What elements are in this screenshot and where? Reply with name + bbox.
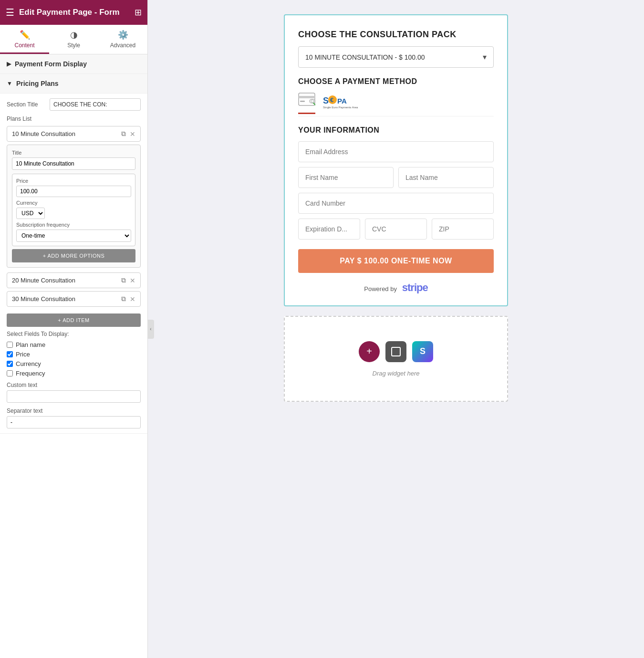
consultation-select[interactable]: 10 MINUTE CONSULTATION - $ 100.00 ▾ [298, 46, 494, 68]
card-details-row [298, 219, 494, 240]
pricing-plans-label: Pricing Plans [16, 80, 59, 87]
currency-checkbox-label: Currency [16, 360, 41, 367]
drag-area: + S Drag widget here [284, 316, 508, 402]
checkbox-currency: Currency [7, 360, 141, 367]
subscription-select[interactable]: One-time Monthly Yearly [16, 230, 131, 242]
subscription-row: Subscription frequency One-time Monthly … [16, 222, 131, 242]
pay-button[interactable]: PAY $ 100.00 ONE-TIME NOW [298, 249, 494, 273]
currency-row: Currency USD EUR GBP [16, 200, 131, 219]
card-number-field[interactable] [298, 193, 494, 214]
pricing-plans-content: Section Title Plans List 10 Minute Consu… [0, 94, 147, 434]
dropdown-arrow-icon: ▾ [483, 52, 487, 62]
price-currency-box: Price Currency USD EUR GBP Subscription … [12, 174, 135, 246]
stripe-logo: stripe [402, 282, 428, 293]
svg-text:S: S [323, 96, 329, 105]
expiry-field[interactable] [298, 219, 360, 240]
payment-form-display-label: Payment Form Display [15, 60, 87, 68]
plan-3-delete-icon[interactable]: ✕ [130, 295, 135, 303]
tab-advanced-label: Advanced [110, 42, 135, 49]
card-icon [298, 93, 315, 109]
plan-item-3[interactable]: 30 Minute Consultation ⧉ ✕ [7, 291, 141, 307]
plan-item-1[interactable]: 10 Minute Consultation ⧉ ✕ [7, 126, 141, 142]
tab-style[interactable]: ◑ Style [49, 25, 98, 54]
checkbox-frequency: Frequency [7, 370, 141, 377]
tab-style-label: Style [67, 42, 80, 49]
cvc-field[interactable] [365, 219, 427, 240]
frequency-checkbox[interactable] [7, 370, 13, 376]
section-title-row: Section Title [7, 98, 141, 111]
top-bar: ☰ Edit Payment Page - Form ⊞ [0, 0, 147, 25]
price-checkbox[interactable] [7, 351, 13, 357]
tabs-bar: ✏️ Content ◑ Style ⚙️ Advanced [0, 25, 147, 54]
title-label: Title [12, 150, 135, 156]
plan-name-checkbox[interactable] [7, 342, 13, 348]
square-widget-button[interactable] [385, 341, 406, 362]
svg-text:PA: PA [337, 97, 347, 105]
plan-1-name: 10 Minute Consultation [12, 130, 117, 137]
section-title-label: Section Title [7, 101, 50, 108]
powered-by: Powered by stripe [298, 282, 494, 294]
plan-3-name: 30 Minute Consultation [12, 295, 117, 303]
payment-method-title: CHOOSE A PAYMENT METHOD [298, 77, 494, 86]
price-checkbox-label: Price [16, 351, 30, 358]
price-input[interactable] [16, 186, 131, 197]
powered-by-text: Powered by [364, 285, 397, 292]
section-title-input[interactable] [50, 98, 141, 111]
email-field[interactable] [298, 141, 494, 162]
custom-text-input[interactable] [7, 390, 141, 403]
add-more-options-button[interactable]: + ADD MORE OPTIONS [12, 249, 135, 262]
payment-form-card: CHOOSE THE CONSULTATION PACK 10 MINUTE C… [284, 14, 508, 306]
hamburger-icon[interactable]: ☰ [6, 7, 14, 18]
plan-1-copy-icon[interactable]: ⧉ [121, 130, 126, 138]
checkbox-price: Price [7, 351, 141, 358]
drag-text: Drag widget here [373, 370, 420, 377]
first-name-field[interactable] [298, 167, 394, 188]
style-tab-icon: ◑ [70, 30, 78, 40]
add-widget-button[interactable]: + [359, 341, 380, 362]
plan-3-copy-icon[interactable]: ⧉ [121, 295, 126, 303]
s-widget-button[interactable]: S [412, 341, 433, 362]
separator-text-label: Separator text [7, 407, 141, 414]
advanced-tab-icon: ⚙️ [118, 30, 128, 40]
grid-icon[interactable]: ⊞ [135, 7, 142, 18]
tab-advanced[interactable]: ⚙️ Advanced [98, 25, 147, 54]
currency-select[interactable]: USD EUR GBP [16, 208, 45, 219]
last-name-field[interactable] [398, 167, 494, 188]
plan-title-input[interactable] [12, 157, 135, 170]
tab-content[interactable]: ✏️ Content [0, 25, 49, 54]
currency-label: Currency [16, 200, 131, 206]
pm-tab-sepa[interactable]: S € PA Single Euro Payments Area [322, 93, 360, 114]
consultation-select-text: 10 MINUTE CONSULTATION - $ 100.00 [305, 53, 425, 61]
pm-tab-card[interactable] [298, 93, 315, 114]
plan-detail-box: Title Price Currency USD EUR GBP [7, 145, 141, 268]
info-title: YOUR INFORMATION [298, 126, 494, 135]
separator-text-input[interactable] [7, 416, 141, 428]
right-panel: CHOOSE THE CONSULTATION PACK 10 MINUTE C… [148, 0, 644, 658]
svg-text:Single Euro Payments Area: Single Euro Payments Area [323, 106, 358, 109]
collapse-handle[interactable]: ‹ [147, 320, 154, 339]
plan-2-name: 20 Minute Consultation [12, 277, 117, 284]
plan-name-checkbox-label: Plan name [16, 341, 45, 348]
custom-text-label: Custom text [7, 382, 141, 388]
sepa-logo: S € PA Single Euro Payments Area [322, 93, 360, 110]
plan-1-delete-icon[interactable]: ✕ [130, 130, 135, 138]
consultation-title: CHOOSE THE CONSULTATION PACK [298, 30, 494, 40]
plan-2-copy-icon[interactable]: ⧉ [121, 276, 126, 284]
zip-field[interactable] [432, 219, 494, 240]
pricing-plans-arrow: ▼ [7, 80, 12, 87]
section-pricing-plans[interactable]: ▼ Pricing Plans [0, 74, 147, 94]
subscription-label: Subscription frequency [16, 222, 131, 228]
name-row [298, 167, 494, 188]
plan-2-delete-icon[interactable]: ✕ [130, 277, 135, 284]
currency-checkbox[interactable] [7, 361, 13, 367]
price-label: Price [16, 178, 131, 184]
plan-item-2[interactable]: 20 Minute Consultation ⧉ ✕ [7, 272, 141, 288]
page-title: Edit Payment Page - Form [19, 8, 130, 17]
section-payment-form-display[interactable]: ▶ Payment Form Display [0, 54, 147, 74]
svg-rect-2 [300, 101, 305, 102]
payment-methods-row: S € PA Single Euro Payments Area [298, 93, 494, 116]
select-fields-label: Select Fields To Display: [7, 331, 141, 337]
svg-rect-1 [299, 96, 315, 98]
plans-list-label: Plans List [7, 115, 141, 122]
add-item-button[interactable]: + ADD ITEM [7, 313, 141, 327]
